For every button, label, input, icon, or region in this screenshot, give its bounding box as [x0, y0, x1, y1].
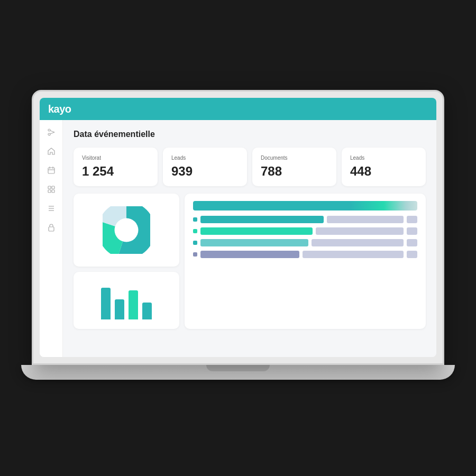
stat-value-leads1: 939 [171, 164, 239, 179]
svg-point-19 [115, 218, 139, 242]
hbar-dot-1 [193, 217, 197, 222]
sidebar-icon-home[interactable] [45, 145, 57, 157]
stat-label-documents: Documents [261, 155, 328, 161]
stat-label-visitorat: Visitorat [82, 155, 149, 161]
hbar-main-4 [200, 251, 299, 258]
hbar-card [185, 194, 426, 329]
hbar-main-3 [200, 239, 308, 246]
hbar-secondary-3 [312, 239, 404, 246]
bar-1 [101, 288, 111, 319]
hbar-dot-3 [193, 241, 197, 245]
bar-chart-card [74, 272, 179, 329]
stat-label-leads1: Leads [171, 155, 239, 161]
main-content: Data événementielle Visitorat 1 254 Lead… [63, 120, 436, 357]
sidebar-icon-calendar[interactable] [45, 164, 57, 176]
stat-card-leads2: Leads 448 [342, 148, 426, 186]
svg-rect-4 [48, 168, 54, 173]
stat-value-visitorat: 1 254 [82, 164, 149, 179]
laptop-wrapper: kayo [32, 90, 444, 397]
svg-line-3 [50, 132, 54, 134]
sidebar [40, 120, 63, 357]
pie-chart-card [74, 194, 179, 267]
left-charts [74, 194, 179, 329]
laptop-base [21, 365, 455, 380]
svg-point-0 [48, 129, 50, 131]
hbar-full-top [193, 201, 417, 210]
hbar-tail-1 [407, 216, 417, 223]
stat-value-leads2: 448 [350, 164, 417, 179]
svg-rect-8 [48, 186, 51, 189]
app-logo: kayo [48, 103, 71, 115]
svg-rect-9 [52, 186, 54, 189]
laptop-notch [206, 365, 270, 371]
hbar-secondary-4 [303, 251, 404, 258]
bar-3 [129, 290, 138, 319]
hbar-row-1 [193, 216, 417, 223]
charts-row [74, 194, 426, 329]
hbar-row-3 [193, 239, 417, 246]
stat-label-leads2: Leads [350, 155, 417, 161]
pie-chart [103, 206, 150, 254]
bar-4 [142, 303, 152, 319]
svg-point-1 [48, 133, 50, 135]
stat-card-leads1: Leads 939 [163, 148, 247, 186]
sidebar-icon-cut[interactable] [45, 126, 57, 138]
svg-rect-15 [49, 227, 54, 231]
app-header: kayo [40, 98, 436, 120]
bar-container [81, 279, 172, 322]
hbar-row-2 [193, 227, 417, 235]
laptop-body: kayo [32, 90, 444, 365]
hbar-tail-2 [407, 227, 417, 235]
stat-value-documents: 788 [261, 164, 328, 179]
screen: kayo [40, 98, 436, 357]
page-title: Data événementielle [74, 130, 426, 139]
stat-card-visitorat: Visitorat 1 254 [74, 148, 158, 186]
pie-container [81, 201, 172, 259]
hbar-secondary-1 [327, 216, 404, 223]
svg-rect-11 [52, 190, 54, 193]
hbar-secondary-2 [316, 227, 404, 235]
svg-line-2 [50, 131, 54, 132]
hbar-main-2 [200, 227, 313, 235]
hbar-dot-4 [193, 252, 197, 257]
sidebar-icon-grid[interactable] [45, 184, 57, 195]
hbar-main-1 [200, 216, 324, 223]
stats-row: Visitorat 1 254 Leads 939 Documents 788 [74, 148, 426, 186]
hbar-tail-4 [407, 251, 417, 258]
bar-2 [115, 299, 124, 319]
hbar-row-4 [193, 251, 417, 258]
hbar-tail-3 [407, 239, 417, 246]
stat-card-documents: Documents 788 [252, 148, 336, 186]
svg-rect-10 [48, 190, 51, 193]
sidebar-icon-list[interactable] [45, 203, 57, 214]
app-body: Data événementielle Visitorat 1 254 Lead… [40, 120, 436, 357]
hbar-dot-2 [193, 229, 197, 233]
sidebar-icon-lock[interactable] [45, 222, 57, 233]
